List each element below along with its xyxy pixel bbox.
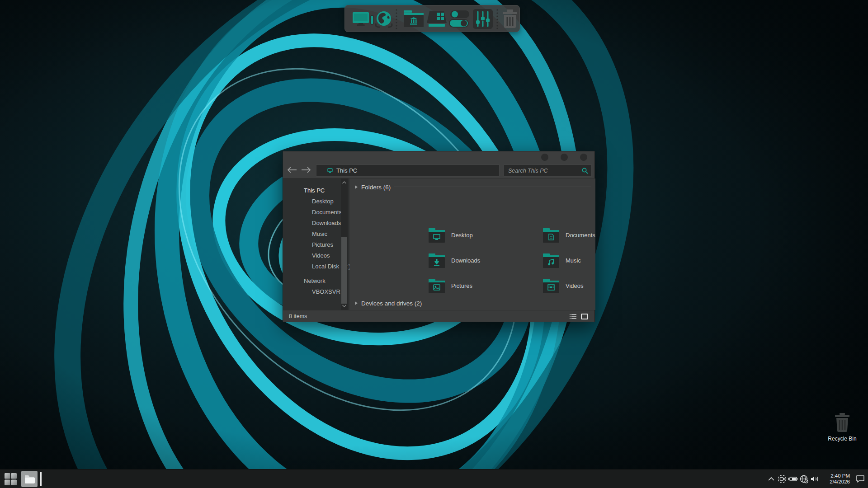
dock-separator [495,5,500,33]
desktop: Recycle Bin [0,0,868,488]
sidebar-item-network[interactable]: Network [283,276,340,286]
music-folder-icon [542,253,560,269]
minimize-button[interactable] [541,154,548,161]
pictures-folder-icon [428,278,446,294]
file-explorer-icon [24,474,35,484]
breadcrumb: This PC [336,167,357,174]
file-explorer-taskbar-button[interactable] [21,471,38,487]
volume-icon[interactable] [809,469,820,488]
search-box [504,164,592,177]
battery-charging-icon[interactable] [788,469,798,488]
documents-folder-icon [542,227,560,244]
videos-folder-icon [542,278,560,294]
system-drive-icon[interactable] [425,5,448,33]
status-bar: 8 items [283,310,594,322]
desktop-folder-icon [428,227,446,244]
sidebar-item-vboxsvr[interactable]: VBOXSVR [283,287,340,297]
search-input[interactable] [504,165,580,176]
notification-bubble-icon[interactable] [853,469,868,488]
sidebar-item-documents[interactable]: Documents [283,207,340,217]
downloads-folder-icon [428,253,446,269]
clock-date: 2/4/2026 [824,479,850,485]
folder-tile-documents[interactable]: Documents [542,227,595,244]
sidebar-item-local-disk[interactable]: Local Disk (C:) [283,262,340,272]
network-offline-icon[interactable] [798,469,809,488]
tray-chevron-up-icon[interactable] [766,469,777,488]
address-bar[interactable]: This PC [316,164,500,177]
large-icons-view-icon[interactable] [581,314,588,319]
folder-tile-downloads[interactable]: Downloads [428,253,541,269]
sidebar-scrollbar[interactable] [341,178,348,310]
taskbar: 2:40 PM 2/4/2026 [0,469,868,488]
scroll-down-icon[interactable] [341,304,348,308]
navigation-toolbar: This PC [283,163,594,178]
screen-record-icon[interactable] [777,469,788,488]
forward-arrow-icon [301,167,311,173]
folder-tile-desktop[interactable]: Desktop [428,227,541,244]
forward-button[interactable] [301,165,311,176]
toggles-icon[interactable] [448,5,471,33]
folders-section-header[interactable]: Folders (6) [354,183,391,191]
sidebar-item-videos[interactable]: Videos [283,251,340,261]
clock-time: 2:40 PM [824,473,850,479]
windows-start-icon [5,473,17,485]
mixer-icon[interactable] [472,5,494,33]
scrollbar-thumb[interactable] [341,237,347,304]
sidebar-item-music[interactable]: Music [283,229,340,239]
back-button[interactable] [287,165,297,176]
sidebar-item-pictures[interactable]: Pictures [283,240,340,250]
items-count: 8 items [289,313,307,319]
section-collapse-icon[interactable] [354,185,358,189]
display-icon[interactable] [351,5,377,33]
search-icon[interactable] [582,168,588,174]
dock-separator [394,5,399,33]
section-collapse-icon[interactable] [354,301,358,305]
theme-dock [344,5,520,32]
recycle-bin-desktop-icon[interactable]: Recycle Bin [823,412,862,446]
folder-tile-videos[interactable]: Videos [542,278,595,294]
devices-section-header[interactable]: Devices and drives (2) [354,300,422,307]
navigation-pane: This PC Desktop Documents Downloads Musi… [283,178,349,310]
tray-clock[interactable]: 2:40 PM 2/4/2026 [824,473,850,485]
sidebar-item-downloads[interactable]: Downloads [283,218,340,228]
file-explorer-window: This PC This PC Desktop Documents Downlo… [283,151,595,322]
this-pc-icon [327,168,333,173]
system-tray: 2:40 PM 2/4/2026 [766,469,868,488]
folder-tile-pictures[interactable]: Pictures [428,278,541,294]
network-globe-icon[interactable] [374,5,394,33]
title-bar[interactable] [283,151,594,163]
sidebar-item-this-pc[interactable]: This PC [283,186,340,196]
back-arrow-icon [287,167,297,173]
section-divider [435,303,591,303]
start-button[interactable] [2,471,19,487]
library-folder-icon[interactable] [402,5,425,33]
trash-icon[interactable] [500,5,519,33]
scroll-up-icon[interactable] [341,180,348,185]
section-divider [394,187,591,187]
taskbar-active-indicator [40,472,42,486]
details-view-icon[interactable] [570,314,576,319]
recycle-bin-icon [832,412,853,433]
folder-tile-music[interactable]: Music [542,253,595,269]
recycle-bin-label: Recycle Bin [823,436,862,442]
close-button[interactable] [580,154,587,161]
maximize-button[interactable] [561,154,568,161]
sidebar-item-desktop[interactable]: Desktop [283,197,340,206]
items-view: Folders (6) Desktop Document [349,178,595,310]
